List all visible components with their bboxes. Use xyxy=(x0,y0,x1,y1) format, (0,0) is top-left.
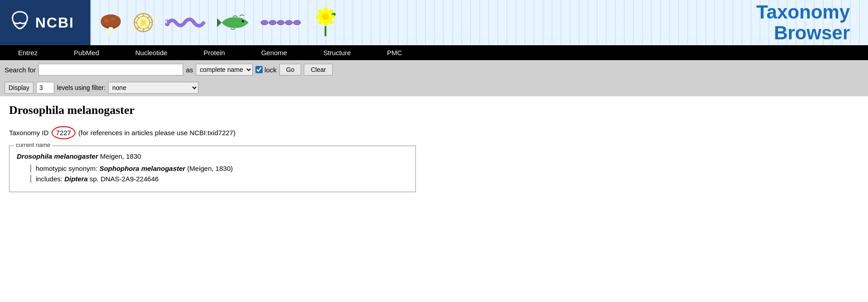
flower-icon xyxy=(314,7,337,38)
taxonomy-id-line: Taxonomy ID 7227 (for references in arti… xyxy=(9,126,859,139)
nav-pmc[interactable]: PMC xyxy=(369,45,420,60)
search-input[interactable] xyxy=(38,64,183,76)
svg-point-2 xyxy=(104,19,109,23)
mushroom-icon xyxy=(99,9,122,36)
svg-line-13 xyxy=(137,16,139,19)
synonym-italic: Sophophora melanogaster xyxy=(99,165,185,172)
includes-prefix: includes: xyxy=(36,175,64,183)
nav-genome[interactable]: Genome xyxy=(243,45,306,60)
svg-line-14 xyxy=(147,27,150,29)
search-mode-select[interactable]: complete name starts with contains ends … xyxy=(196,64,253,76)
fish-icon xyxy=(215,11,251,34)
nav-protein[interactable]: Protein xyxy=(185,45,243,60)
svg-line-19 xyxy=(165,19,166,21)
svg-point-17 xyxy=(165,22,170,26)
includes-row: includes: Diptera sp. DNAS-2A9-224646 xyxy=(30,175,408,183)
taxonomy-id-suffix: (for references in articles please use N… xyxy=(76,129,236,137)
primary-name-rest: Meigen, 1830 xyxy=(98,152,141,160)
primary-name-italic: Drosophila melanogaster xyxy=(17,152,98,160)
svg-rect-5 xyxy=(106,30,116,31)
svg-point-8 xyxy=(140,19,146,26)
levels-filter-label: levels using filter: xyxy=(57,84,105,91)
ncbi-logo-area: NCBI xyxy=(0,0,90,45)
display-bar: Display levels using filter: none catego… xyxy=(0,79,868,96)
includes-rest: sp. DNAS-2A9-224646 xyxy=(88,175,159,183)
svg-point-18 xyxy=(166,22,167,23)
art-icons xyxy=(99,7,337,38)
current-name-box: current name Drosophila melanogaster Mei… xyxy=(9,146,416,192)
svg-point-24 xyxy=(277,20,284,25)
svg-point-3 xyxy=(111,18,115,20)
clear-button[interactable]: Clear xyxy=(304,64,332,76)
navbar: Entrez PubMed Nucleotide Protein Genome … xyxy=(0,45,868,60)
includes-italic: Diptera xyxy=(64,175,88,183)
cell-icon xyxy=(131,10,156,35)
display-levels-input[interactable] xyxy=(36,82,54,94)
synonym-suffix: (Meigen, 1830) xyxy=(185,165,233,172)
worm-icon xyxy=(165,15,206,31)
as-label: as xyxy=(186,66,193,74)
lock-label: lock xyxy=(264,66,277,74)
nav-entrez[interactable]: Entrez xyxy=(0,45,56,60)
ncbi-label: NCBI xyxy=(35,14,74,31)
svg-line-16 xyxy=(137,27,139,29)
svg-line-15 xyxy=(147,16,150,19)
nav-pubmed[interactable]: PubMed xyxy=(56,45,117,60)
nav-structure[interactable]: Structure xyxy=(305,45,369,60)
svg-point-22 xyxy=(261,20,268,25)
synonym-row: homotypic synonym: Sophophora melanogast… xyxy=(30,165,408,172)
banner: NCBI xyxy=(0,0,868,45)
filter-select[interactable]: none category species genus xyxy=(108,82,198,94)
search-for-label: Search for xyxy=(5,66,36,74)
search-bar: Search for as complete name starts with … xyxy=(0,60,868,79)
current-name-legend: current name xyxy=(14,142,52,148)
go-button[interactable]: Go xyxy=(279,64,302,76)
svg-point-21 xyxy=(242,20,244,23)
taxonomy-id-circled[interactable]: 7227 xyxy=(52,126,75,139)
organism-title: Drosophila melanogaster xyxy=(9,104,859,117)
current-name-primary: Drosophila melanogaster Meigen, 1830 xyxy=(17,151,408,160)
taxonomy-id-prefix: Taxonomy ID xyxy=(9,129,51,137)
svg-point-42 xyxy=(322,14,329,20)
lock-checkbox-group: lock xyxy=(255,66,277,74)
display-button[interactable]: Display xyxy=(5,82,33,94)
content-area: Drosophila melanogaster Taxonomy ID 7227… xyxy=(0,96,868,199)
taxonomy-title-text: Taxonomy Browser xyxy=(756,2,850,43)
svg-point-25 xyxy=(285,20,292,25)
nav-nucleotide[interactable]: Nucleotide xyxy=(117,45,185,60)
svg-point-26 xyxy=(293,20,301,25)
banner-art: Taxonomy Browser xyxy=(90,0,868,45)
synonym-prefix: homotypic synonym: xyxy=(36,165,99,172)
ncbi-logo-icon xyxy=(9,10,31,36)
lock-checkbox[interactable] xyxy=(255,66,263,73)
taxonomy-title: Taxonomy Browser xyxy=(756,2,859,43)
svg-point-23 xyxy=(269,20,276,25)
dna-chain-icon xyxy=(260,16,305,29)
